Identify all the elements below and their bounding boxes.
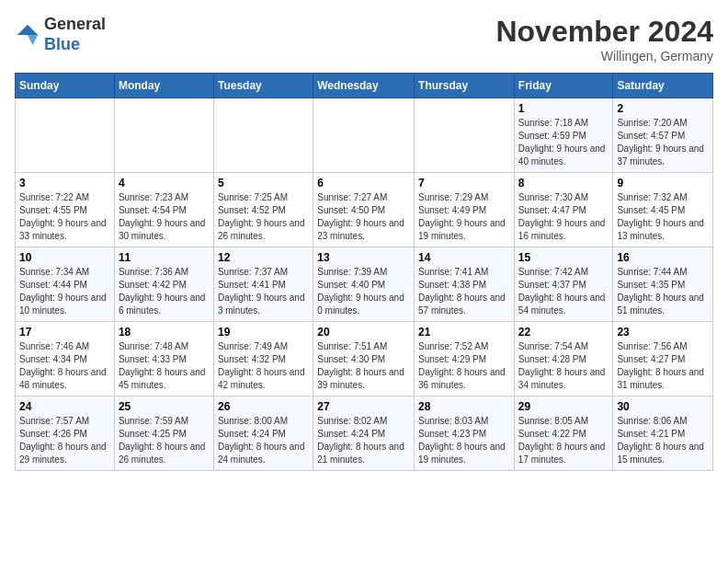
day-number: 6 xyxy=(317,177,410,190)
col-header-saturday: Saturday xyxy=(613,74,713,98)
day-info: Sunrise: 7:20 AMSunset: 4:57 PMDaylight:… xyxy=(617,118,704,167)
day-number: 10 xyxy=(19,251,110,264)
day-info: Sunrise: 7:25 AMSunset: 4:52 PMDaylight:… xyxy=(218,192,305,241)
calendar-cell xyxy=(114,98,213,173)
day-number: 30 xyxy=(617,400,709,413)
day-info: Sunrise: 7:34 AMSunset: 4:44 PMDaylight:… xyxy=(19,267,107,316)
logo-general-text: General xyxy=(44,15,106,35)
day-number: 26 xyxy=(218,400,309,413)
calendar-cell: 4 Sunrise: 7:23 AMSunset: 4:54 PMDayligh… xyxy=(114,173,213,247)
title-block: November 2024 Willingen, Germany xyxy=(495,15,713,63)
calendar-cell: 1 Sunrise: 7:18 AMSunset: 4:59 PMDayligh… xyxy=(514,98,613,173)
calendar-cell: 25 Sunrise: 7:59 AMSunset: 4:25 PMDaylig… xyxy=(114,396,213,471)
day-info: Sunrise: 7:29 AMSunset: 4:49 PMDaylight:… xyxy=(418,192,506,241)
col-header-wednesday: Wednesday xyxy=(313,74,415,98)
svg-marker-1 xyxy=(28,35,38,45)
week-row-4: 17 Sunrise: 7:46 AMSunset: 4:34 PMDaylig… xyxy=(16,322,713,396)
calendar-cell: 18 Sunrise: 7:48 AMSunset: 4:33 PMDaylig… xyxy=(114,322,213,396)
day-number: 14 xyxy=(418,251,510,264)
day-info: Sunrise: 7:48 AMSunset: 4:33 PMDaylight:… xyxy=(119,341,206,390)
calendar-cell: 26 Sunrise: 8:00 AMSunset: 4:24 PMDaylig… xyxy=(213,396,313,471)
day-info: Sunrise: 7:44 AMSunset: 4:35 PMDaylight:… xyxy=(617,267,704,316)
calendar-cell: 2 Sunrise: 7:20 AMSunset: 4:57 PMDayligh… xyxy=(613,98,713,173)
calendar-cell: 27 Sunrise: 8:02 AMSunset: 4:24 PMDaylig… xyxy=(313,396,415,471)
day-info: Sunrise: 7:46 AMSunset: 4:34 PMDaylight:… xyxy=(19,341,107,390)
day-number: 17 xyxy=(19,326,110,339)
location-text: Willingen, Germany xyxy=(495,49,713,63)
calendar-cell xyxy=(313,98,415,173)
day-info: Sunrise: 7:27 AMSunset: 4:50 PMDaylight:… xyxy=(317,192,404,241)
day-info: Sunrise: 7:18 AMSunset: 4:59 PMDaylight:… xyxy=(518,118,606,167)
calendar-header-row: SundayMondayTuesdayWednesdayThursdayFrid… xyxy=(16,74,713,98)
day-number: 9 xyxy=(617,177,709,190)
day-number: 25 xyxy=(119,400,210,413)
calendar-cell: 3 Sunrise: 7:22 AMSunset: 4:55 PMDayligh… xyxy=(16,173,115,247)
calendar-cell: 14 Sunrise: 7:41 AMSunset: 4:38 PMDaylig… xyxy=(415,247,515,322)
page-header: General Blue November 2024 Willingen, Ge… xyxy=(15,15,713,63)
day-info: Sunrise: 7:23 AMSunset: 4:54 PMDaylight:… xyxy=(119,192,206,241)
col-header-sunday: Sunday xyxy=(16,74,115,98)
calendar-cell: 28 Sunrise: 8:03 AMSunset: 4:23 PMDaylig… xyxy=(415,396,515,471)
day-number: 19 xyxy=(218,326,309,339)
day-info: Sunrise: 7:52 AMSunset: 4:29 PMDaylight:… xyxy=(418,341,506,390)
day-info: Sunrise: 7:32 AMSunset: 4:45 PMDaylight:… xyxy=(617,192,704,241)
day-number: 1 xyxy=(518,102,609,115)
col-header-thursday: Thursday xyxy=(415,74,515,98)
day-number: 12 xyxy=(218,251,309,264)
calendar-cell: 20 Sunrise: 7:51 AMSunset: 4:30 PMDaylig… xyxy=(313,322,415,396)
day-number: 4 xyxy=(119,177,210,190)
day-info: Sunrise: 8:06 AMSunset: 4:21 PMDaylight:… xyxy=(617,416,704,465)
calendar-cell: 8 Sunrise: 7:30 AMSunset: 4:47 PMDayligh… xyxy=(514,173,613,247)
day-number: 20 xyxy=(317,326,410,339)
day-number: 23 xyxy=(617,326,709,339)
day-number: 15 xyxy=(518,251,609,264)
month-title: November 2024 xyxy=(495,15,713,49)
week-row-3: 10 Sunrise: 7:34 AMSunset: 4:44 PMDaylig… xyxy=(16,247,713,322)
calendar-cell: 13 Sunrise: 7:39 AMSunset: 4:40 PMDaylig… xyxy=(313,247,415,322)
week-row-5: 24 Sunrise: 7:57 AMSunset: 4:26 PMDaylig… xyxy=(16,396,713,471)
day-number: 13 xyxy=(317,251,410,264)
day-number: 28 xyxy=(418,400,510,413)
calendar-cell: 5 Sunrise: 7:25 AMSunset: 4:52 PMDayligh… xyxy=(213,173,313,247)
calendar-cell: 17 Sunrise: 7:46 AMSunset: 4:34 PMDaylig… xyxy=(16,322,115,396)
logo-blue-text: Blue xyxy=(44,35,106,55)
calendar-cell: 10 Sunrise: 7:34 AMSunset: 4:44 PMDaylig… xyxy=(16,247,115,322)
day-info: Sunrise: 7:37 AMSunset: 4:41 PMDaylight:… xyxy=(218,267,305,316)
day-info: Sunrise: 7:42 AMSunset: 4:37 PMDaylight:… xyxy=(518,267,606,316)
calendar-cell xyxy=(16,98,115,173)
day-info: Sunrise: 7:59 AMSunset: 4:25 PMDaylight:… xyxy=(119,416,206,465)
calendar-cell: 6 Sunrise: 7:27 AMSunset: 4:50 PMDayligh… xyxy=(313,173,415,247)
calendar-cell: 12 Sunrise: 7:37 AMSunset: 4:41 PMDaylig… xyxy=(213,247,313,322)
day-number: 16 xyxy=(617,251,709,264)
day-info: Sunrise: 7:39 AMSunset: 4:40 PMDaylight:… xyxy=(317,267,404,316)
week-row-2: 3 Sunrise: 7:22 AMSunset: 4:55 PMDayligh… xyxy=(16,173,713,247)
calendar-cell: 11 Sunrise: 7:36 AMSunset: 4:42 PMDaylig… xyxy=(114,247,213,322)
day-number: 22 xyxy=(518,326,609,339)
day-info: Sunrise: 7:22 AMSunset: 4:55 PMDaylight:… xyxy=(19,192,107,241)
col-header-tuesday: Tuesday xyxy=(213,74,313,98)
calendar-cell: 15 Sunrise: 7:42 AMSunset: 4:37 PMDaylig… xyxy=(514,247,613,322)
calendar-cell: 9 Sunrise: 7:32 AMSunset: 4:45 PMDayligh… xyxy=(613,173,713,247)
calendar-table: SundayMondayTuesdayWednesdayThursdayFrid… xyxy=(15,73,713,471)
day-number: 3 xyxy=(19,177,110,190)
day-number: 8 xyxy=(518,177,609,190)
calendar-cell: 19 Sunrise: 7:49 AMSunset: 4:32 PMDaylig… xyxy=(213,322,313,396)
logo-icon xyxy=(15,22,40,48)
day-info: Sunrise: 8:05 AMSunset: 4:22 PMDaylight:… xyxy=(518,416,606,465)
day-info: Sunrise: 7:41 AMSunset: 4:38 PMDaylight:… xyxy=(418,267,506,316)
day-info: Sunrise: 7:51 AMSunset: 4:30 PMDaylight:… xyxy=(317,341,404,390)
calendar-cell xyxy=(213,98,313,173)
calendar-cell: 24 Sunrise: 7:57 AMSunset: 4:26 PMDaylig… xyxy=(16,396,115,471)
day-info: Sunrise: 8:03 AMSunset: 4:23 PMDaylight:… xyxy=(418,416,506,465)
day-number: 18 xyxy=(119,326,210,339)
col-header-friday: Friday xyxy=(514,74,613,98)
logo: General Blue xyxy=(15,15,106,54)
day-number: 7 xyxy=(418,177,510,190)
day-info: Sunrise: 7:49 AMSunset: 4:32 PMDaylight:… xyxy=(218,341,305,390)
calendar-cell: 21 Sunrise: 7:52 AMSunset: 4:29 PMDaylig… xyxy=(415,322,515,396)
day-info: Sunrise: 8:02 AMSunset: 4:24 PMDaylight:… xyxy=(317,416,404,465)
svg-marker-0 xyxy=(17,24,38,34)
day-number: 29 xyxy=(518,400,609,413)
day-info: Sunrise: 7:36 AMSunset: 4:42 PMDaylight:… xyxy=(119,267,206,316)
day-info: Sunrise: 7:54 AMSunset: 4:28 PMDaylight:… xyxy=(518,341,606,390)
